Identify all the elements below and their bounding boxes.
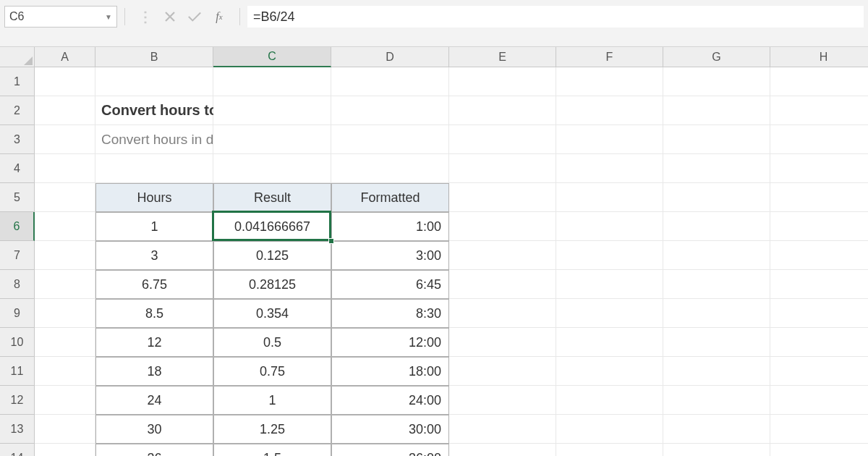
cell-b13[interactable]: 30: [95, 415, 213, 444]
table-header-result[interactable]: Result: [213, 183, 331, 212]
cell-f10[interactable]: [556, 328, 663, 357]
cell-c3[interactable]: [213, 125, 331, 154]
row-head-1[interactable]: 1: [0, 67, 35, 96]
col-head-f[interactable]: F: [556, 47, 663, 67]
cell-e11[interactable]: [449, 357, 556, 386]
cell-f12[interactable]: [556, 386, 663, 415]
cancel-icon[interactable]: [163, 9, 177, 24]
cell-d13[interactable]: 30:00: [331, 415, 449, 444]
cell-c8[interactable]: 0.28125: [213, 270, 331, 299]
cell-b3[interactable]: Convert hours in decimal format to Excel…: [95, 125, 213, 154]
cell-h3[interactable]: [770, 125, 868, 154]
cell-b6[interactable]: 1: [95, 212, 213, 241]
cell-d3[interactable]: [331, 125, 449, 154]
row-head-12[interactable]: 12: [0, 386, 35, 415]
cell-f13[interactable]: [556, 415, 663, 444]
cell-f5[interactable]: [556, 183, 663, 212]
cell-h10[interactable]: [770, 328, 868, 357]
cell-g9[interactable]: [663, 299, 770, 328]
cell-c7[interactable]: 0.125: [213, 241, 331, 270]
cell-a8[interactable]: [35, 270, 95, 299]
cell-a1[interactable]: [35, 67, 95, 96]
fx-icon[interactable]: fx: [212, 9, 226, 24]
cell-c6[interactable]: 0.041666667: [213, 212, 331, 241]
cell-d9[interactable]: 8:30: [331, 299, 449, 328]
cell-h6[interactable]: [770, 212, 868, 241]
row-head-4[interactable]: 4: [0, 154, 35, 183]
cell-c14[interactable]: 1.5: [213, 444, 331, 456]
row-head-14[interactable]: 14: [0, 444, 35, 456]
cell-g5[interactable]: [663, 183, 770, 212]
name-box[interactable]: C6 ▼: [4, 6, 117, 28]
cell-b4[interactable]: [95, 154, 213, 183]
cell-e7[interactable]: [449, 241, 556, 270]
cell-f4[interactable]: [556, 154, 663, 183]
cell-b10[interactable]: 12: [95, 328, 213, 357]
cell-e10[interactable]: [449, 328, 556, 357]
cell-g1[interactable]: [663, 67, 770, 96]
cell-d2[interactable]: [331, 96, 449, 125]
row-head-9[interactable]: 9: [0, 299, 35, 328]
table-header-formatted[interactable]: Formatted: [331, 183, 449, 212]
col-head-c[interactable]: C: [213, 47, 331, 67]
cell-a7[interactable]: [35, 241, 95, 270]
table-header-hours[interactable]: Hours: [95, 183, 213, 212]
cell-f9[interactable]: [556, 299, 663, 328]
cell-b7[interactable]: 3: [95, 241, 213, 270]
col-head-a[interactable]: A: [35, 47, 95, 67]
cell-h11[interactable]: [770, 357, 868, 386]
cell-e9[interactable]: [449, 299, 556, 328]
cell-a13[interactable]: [35, 415, 95, 444]
cell-f1[interactable]: [556, 67, 663, 96]
cell-h13[interactable]: [770, 415, 868, 444]
col-head-b[interactable]: B: [95, 47, 213, 67]
cell-c4[interactable]: [213, 154, 331, 183]
cell-h8[interactable]: [770, 270, 868, 299]
cell-g3[interactable]: [663, 125, 770, 154]
cell-g6[interactable]: [663, 212, 770, 241]
cell-d14[interactable]: 36:00: [331, 444, 449, 456]
cell-a3[interactable]: [35, 125, 95, 154]
cell-c1[interactable]: [213, 67, 331, 96]
cell-f14[interactable]: [556, 444, 663, 456]
cell-b2[interactable]: Convert hours to time: [95, 96, 213, 125]
cell-e8[interactable]: [449, 270, 556, 299]
cell-d1[interactable]: [331, 67, 449, 96]
cell-g4[interactable]: [663, 154, 770, 183]
spreadsheet-grid[interactable]: A B C D E F G H 1 2 Convert hours to tim…: [0, 47, 868, 456]
cell-e3[interactable]: [449, 125, 556, 154]
cell-g2[interactable]: [663, 96, 770, 125]
cell-b8[interactable]: 6.75: [95, 270, 213, 299]
cell-a4[interactable]: [35, 154, 95, 183]
cell-a5[interactable]: [35, 183, 95, 212]
col-head-e[interactable]: E: [449, 47, 556, 67]
cell-g8[interactable]: [663, 270, 770, 299]
cell-b12[interactable]: 24: [95, 386, 213, 415]
cell-g12[interactable]: [663, 386, 770, 415]
cell-e6[interactable]: [449, 212, 556, 241]
cell-f8[interactable]: [556, 270, 663, 299]
cell-b11[interactable]: 18: [95, 357, 213, 386]
fill-handle[interactable]: [328, 238, 334, 244]
cell-d11[interactable]: 18:00: [331, 357, 449, 386]
cell-f7[interactable]: [556, 241, 663, 270]
cell-d12[interactable]: 24:00: [331, 386, 449, 415]
row-head-8[interactable]: 8: [0, 270, 35, 299]
row-head-11[interactable]: 11: [0, 357, 35, 386]
cell-h14[interactable]: [770, 444, 868, 456]
chevron-down-icon[interactable]: ▼: [105, 13, 112, 21]
row-head-13[interactable]: 13: [0, 415, 35, 444]
cell-c11[interactable]: 0.75: [213, 357, 331, 386]
cell-h12[interactable]: [770, 386, 868, 415]
formula-input[interactable]: =B6/24: [247, 6, 864, 28]
cell-g11[interactable]: [663, 357, 770, 386]
cell-h2[interactable]: [770, 96, 868, 125]
cell-g14[interactable]: [663, 444, 770, 456]
cell-c12[interactable]: 1: [213, 386, 331, 415]
cell-e2[interactable]: [449, 96, 556, 125]
col-head-h[interactable]: H: [770, 47, 868, 67]
cell-c13[interactable]: 1.25: [213, 415, 331, 444]
cell-g7[interactable]: [663, 241, 770, 270]
cell-c9[interactable]: 0.354: [213, 299, 331, 328]
col-head-d[interactable]: D: [331, 47, 449, 67]
